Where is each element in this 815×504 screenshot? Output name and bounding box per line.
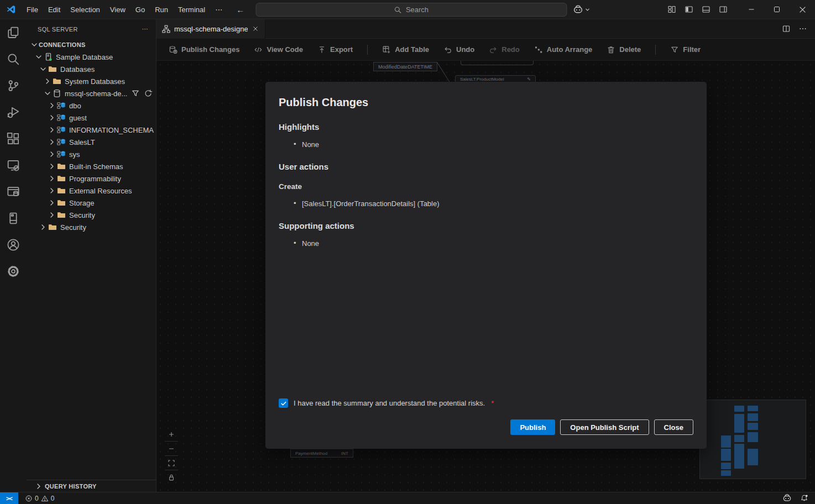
tree-item-label: Programmability	[69, 175, 121, 183]
tree-item-saleslt[interactable]: SalesLT	[27, 136, 156, 148]
tree-item-label: Security	[69, 211, 95, 219]
activity-item-remote-explorer[interactable]	[0, 152, 27, 179]
zoom-in-button[interactable]	[167, 427, 176, 441]
more-actions-icon[interactable]	[798, 24, 807, 33]
menu-run[interactable]: Run	[150, 0, 173, 19]
extensions-icon	[7, 132, 20, 145]
tree-item-guest[interactable]: guest	[27, 112, 156, 124]
activity-item-settings-gear[interactable]	[0, 258, 27, 285]
publish-button[interactable]: Publish	[510, 419, 555, 435]
vscode-window: FileEditSelectionViewGoRunTerminal ⋯ ← →…	[0, 0, 815, 504]
tree-item-information-schema[interactable]: INFORMATION_SCHEMA	[27, 124, 156, 136]
tree-item-dbo[interactable]: dbo	[27, 99, 156, 112]
table-column-row: PaymentMethod INT	[290, 449, 353, 458]
toolbar-label: Export	[330, 45, 353, 54]
remote-explorer-icon	[7, 159, 20, 172]
risk-acknowledgement-checkbox[interactable]	[279, 398, 288, 408]
tree-item-programmability[interactable]: Programmability	[27, 172, 156, 185]
tab-close-icon[interactable]	[252, 25, 259, 33]
copilot-status-icon[interactable]	[782, 494, 792, 503]
undo-button[interactable]: Undo	[443, 45, 474, 54]
tree-item-built-in-schemas[interactable]: Built-in Schemas	[27, 160, 156, 172]
problems-status[interactable]: 0 0	[25, 495, 54, 502]
activity-item-sql-server[interactable]	[0, 179, 27, 205]
lock-button[interactable]	[167, 470, 176, 484]
tree-item-security[interactable]: Security	[27, 221, 156, 233]
export-icon	[317, 45, 326, 54]
edit-table-icon[interactable]: ✎	[527, 77, 531, 82]
schema-minimap[interactable]	[699, 400, 806, 479]
toolbar-label: Redo	[501, 45, 520, 54]
fit-view-button[interactable]	[167, 456, 176, 470]
designer-toolbar: Publish ChangesView CodeExportAdd TableU…	[156, 39, 815, 61]
remote-indicator[interactable]: ><	[0, 492, 18, 504]
menu-file[interactable]: File	[22, 0, 43, 19]
copilot-button[interactable]	[573, 0, 591, 19]
nav-back-button[interactable]: ←	[236, 5, 244, 14]
open-publish-script-button[interactable]: Open Publish Script	[560, 419, 649, 435]
activity-item-source-control[interactable]	[0, 72, 27, 99]
menu-more[interactable]: ⋯	[210, 0, 227, 19]
menu-terminal[interactable]: Terminal	[173, 0, 210, 19]
schema-designer-icon	[162, 25, 170, 33]
tree-item-system-databases[interactable]: System Databases	[27, 75, 156, 87]
tree-item-databases[interactable]: Databases	[27, 63, 156, 75]
search-input[interactable]: Search	[256, 3, 567, 17]
tree-item-security[interactable]: Security	[27, 209, 156, 221]
view-code-button[interactable]: View Code	[254, 45, 303, 54]
split-editor-icon[interactable]	[782, 24, 791, 33]
activity-item-search[interactable]	[0, 46, 27, 72]
zoom-out-button[interactable]	[167, 442, 176, 455]
folder-icon	[57, 162, 66, 171]
add-table-icon	[382, 45, 391, 54]
tree-item-sys[interactable]: sys	[27, 148, 156, 160]
auto-arrange-icon	[534, 45, 543, 54]
toolbar-separator	[655, 45, 656, 55]
tree-item-sample-database[interactable]: Sample Database	[27, 51, 156, 63]
filter-icon[interactable]	[131, 89, 140, 98]
dialog-title: Publish Changes	[279, 96, 693, 109]
activity-item-files[interactable]	[0, 19, 27, 46]
menu-view[interactable]: View	[105, 0, 130, 19]
undo-icon	[443, 45, 452, 54]
notifications-bell-icon[interactable]	[800, 494, 808, 502]
publish-changes-button[interactable]: Publish Changes	[169, 45, 239, 54]
customize-layout-icon[interactable]	[667, 5, 676, 14]
activity-item-schema-visualization[interactable]	[0, 205, 27, 232]
run-debug-icon	[7, 106, 20, 119]
minimize-button[interactable]	[739, 0, 764, 19]
toggle-primary-sidebar-icon[interactable]	[685, 5, 693, 14]
chevron-right-icon	[48, 162, 56, 171]
tree-item-mssql-schema-de[interactable]: mssql-schema-de...	[27, 87, 156, 99]
chevron-right-icon	[48, 174, 56, 183]
tab-mssql-schema-designer[interactable]: mssql-schema-designer	[156, 19, 265, 39]
publish-icon	[169, 45, 177, 54]
tree-item-storage[interactable]: Storage	[27, 197, 156, 209]
filter-button[interactable]: Filter	[670, 45, 701, 54]
menu-go[interactable]: Go	[130, 0, 150, 19]
toggle-panel-icon[interactable]	[702, 5, 710, 14]
warning-count: 0	[51, 495, 55, 502]
maximize-button[interactable]	[764, 0, 790, 19]
close-window-button[interactable]	[790, 0, 815, 19]
menu-edit[interactable]: Edit	[43, 0, 65, 19]
activity-item-extensions[interactable]	[0, 125, 27, 152]
delete-button[interactable]: Delete	[607, 45, 641, 54]
user-actions-heading: User actions	[279, 162, 693, 171]
refresh-icon[interactable]	[144, 89, 153, 98]
menu-selection[interactable]: Selection	[65, 0, 105, 19]
export-button[interactable]: Export	[317, 45, 353, 54]
tree-item-connections[interactable]: CONNECTIONS	[27, 39, 156, 51]
tree-item-external-resources[interactable]: External Resources	[27, 185, 156, 197]
tree-item-label: Databases	[60, 65, 95, 74]
activity-item-account[interactable]	[0, 232, 27, 258]
close-button[interactable]: Close	[654, 419, 693, 435]
sidebar-more-button[interactable]: ⋯	[142, 25, 148, 33]
activity-item-run-debug[interactable]	[0, 99, 27, 125]
zoom-out-icon	[167, 444, 176, 453]
toggle-secondary-sidebar-icon[interactable]	[719, 5, 728, 14]
auto-arrange-button[interactable]: Auto Arrange	[534, 45, 593, 54]
required-marker: *	[491, 399, 494, 407]
add-table-button[interactable]: Add Table	[382, 45, 429, 54]
query-history-section[interactable]: QUERY HISTORY	[27, 480, 156, 492]
